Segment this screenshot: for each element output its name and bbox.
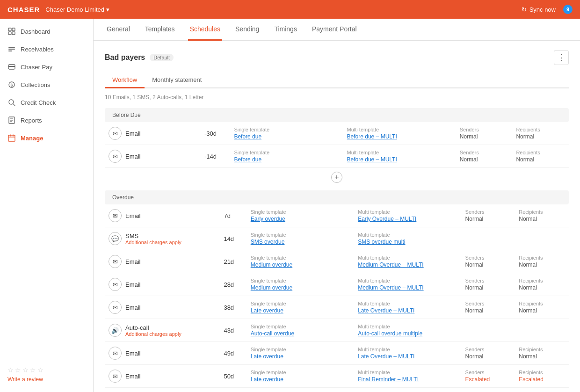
single-template-link[interactable]: Before due bbox=[234, 133, 339, 140]
multi-template-cell: Multi template Early Overdue – MULTI bbox=[354, 204, 461, 227]
type-label: Auto-call Additional charges apply bbox=[125, 324, 181, 337]
table-row: 💬 SMS Additional charges apply 14d Singl… bbox=[105, 227, 569, 250]
type-label: Email bbox=[125, 281, 141, 288]
sidebar-item-credit-check[interactable]: Credit Check bbox=[0, 94, 93, 111]
multi-template-link[interactable]: SMS overdue multi bbox=[358, 239, 457, 245]
main-content: General Templates Schedules Sending Timi… bbox=[94, 19, 580, 392]
top-nav-right: ↻ Sync now 9 bbox=[522, 5, 573, 14]
sync-icon: ↻ bbox=[522, 6, 527, 13]
tab-timings[interactable]: Timings bbox=[272, 19, 299, 41]
single-template-link[interactable]: Late overdue bbox=[251, 353, 350, 360]
single-template-link[interactable]: Late overdue bbox=[251, 307, 350, 314]
sidebar-item-reports[interactable]: Reports bbox=[0, 111, 93, 129]
single-template-cell: Single template Before due bbox=[230, 145, 343, 168]
sms-sublabel: Additional charges apply bbox=[125, 240, 181, 245]
tab-workflow[interactable]: Workflow bbox=[105, 73, 145, 88]
type-label: Email bbox=[125, 304, 141, 311]
top-nav-left: CHASER Chaser Demo Limited ▾ bbox=[7, 6, 109, 14]
svg-rect-4 bbox=[8, 47, 15, 48]
tab-schedules[interactable]: Schedules bbox=[188, 19, 222, 41]
receivables-icon bbox=[7, 45, 16, 53]
section-title: Bad payers Default bbox=[105, 53, 174, 62]
type-cell: ✉ Email bbox=[109, 209, 216, 222]
sidebar-item-dashboard[interactable]: Dashboard bbox=[0, 22, 93, 40]
table-row: 🔊 Auto-call Additional charges apply 43d… bbox=[105, 319, 569, 342]
svg-rect-2 bbox=[8, 32, 11, 35]
tab-general[interactable]: General bbox=[105, 19, 132, 41]
sidebar-item-receivables[interactable]: Receivables bbox=[0, 40, 93, 58]
type-cell: 💬 SMS Additional charges apply bbox=[109, 232, 216, 245]
multi-template-link[interactable]: Medium Overdue – MULTI bbox=[358, 261, 457, 268]
type-label: Email bbox=[125, 373, 141, 380]
single-template-cell: Single template Medium overdue bbox=[247, 273, 354, 296]
single-template-link[interactable]: Auto-call overdue bbox=[251, 330, 350, 337]
multi-template-link[interactable]: Before due – MULTI bbox=[347, 156, 452, 163]
multi-template-link[interactable]: Auto-call overdue multiple bbox=[358, 330, 457, 337]
multi-template-link[interactable]: Late Overdue – MULTI bbox=[358, 353, 457, 360]
dropdown-icon: ▾ bbox=[106, 6, 109, 13]
senders-cell: Senders Normal bbox=[462, 342, 515, 365]
multi-template-cell: Multi template Medium Overdue – MULTI bbox=[354, 273, 461, 296]
email-icon: ✉ bbox=[109, 347, 122, 360]
sidebar-item-chaser-pay[interactable]: Chaser Pay bbox=[0, 58, 93, 76]
sidebar-item-manage[interactable]: Manage bbox=[0, 129, 93, 147]
multi-template-cell: Multi template Before due – MULTI bbox=[343, 122, 456, 145]
group-header-overdue: Overdue bbox=[105, 190, 569, 204]
days-cell: 49d bbox=[220, 342, 246, 365]
single-template-link[interactable]: Before due bbox=[234, 156, 339, 163]
multi-template-cell: Multi template Medium Overdue – MULTI bbox=[354, 250, 461, 273]
senders-empty bbox=[462, 227, 515, 250]
email-icon: ✉ bbox=[109, 370, 122, 383]
autocall-sublabel: Additional charges apply bbox=[125, 331, 181, 337]
type-label: Email bbox=[125, 153, 141, 160]
recipients-cell: Recipients Normal bbox=[512, 145, 569, 168]
notification-badge[interactable]: 9 bbox=[563, 5, 573, 14]
recipients-cell: Recipients Normal bbox=[515, 204, 569, 227]
single-template-link[interactable]: Early overdue bbox=[251, 216, 350, 222]
single-template-link[interactable]: Medium overdue bbox=[251, 284, 350, 291]
type-label: Email bbox=[125, 258, 141, 265]
add-before-due-button[interactable]: + bbox=[331, 172, 342, 183]
multi-template-link[interactable]: Medium Overdue – MULTI bbox=[358, 284, 457, 291]
workflow-tabs: Workflow Monthly statement bbox=[105, 73, 569, 88]
svg-rect-17 bbox=[8, 135, 15, 141]
manage-label: Manage bbox=[21, 135, 43, 142]
type-cell: ✉ Email bbox=[109, 301, 216, 314]
recipients-cell: Recipients Normal bbox=[515, 273, 569, 296]
single-template-link[interactable]: Medium overdue bbox=[251, 261, 350, 268]
email-icon: ✉ bbox=[109, 150, 122, 163]
type-cell: ✉ Email bbox=[109, 150, 197, 163]
type-cell: 🔊 Auto-call Additional charges apply bbox=[109, 324, 216, 337]
recipients-cell: Recipients Normal bbox=[515, 296, 569, 319]
org-selector[interactable]: Chaser Demo Limited ▾ bbox=[45, 6, 109, 13]
write-review-link[interactable]: Write a review bbox=[7, 376, 43, 383]
sidebar: Dashboard Receivables Chaser Pay $ Colle… bbox=[0, 19, 94, 392]
sync-button[interactable]: ↻ Sync now bbox=[522, 6, 556, 13]
single-template-cell: Single template Late overdue bbox=[247, 342, 354, 365]
days-cell: 38d bbox=[220, 296, 246, 319]
senders-cell: Senders Escalated bbox=[462, 365, 515, 388]
more-options-button[interactable]: ⋮ bbox=[554, 50, 569, 65]
single-template-link[interactable]: SMS overdue bbox=[251, 239, 350, 245]
tab-monthly-statement[interactable]: Monthly statement bbox=[145, 73, 209, 88]
single-template-cell: Single template Late overdue bbox=[247, 365, 354, 388]
tab-payment-portal[interactable]: Payment Portal bbox=[310, 19, 359, 41]
sidebar-item-collections[interactable]: $ Collections bbox=[0, 76, 93, 94]
content-area: Bad payers Default ⋮ Workflow Monthly st… bbox=[94, 41, 580, 392]
days-cell: 14d bbox=[220, 227, 246, 250]
multi-template-link[interactable]: Early Overdue – MULTI bbox=[358, 216, 457, 222]
tab-templates[interactable]: Templates bbox=[143, 19, 177, 41]
multi-template-link[interactable]: Late Overdue – MULTI bbox=[358, 307, 457, 314]
type-cell: ✉ Email bbox=[109, 347, 216, 360]
org-name: Chaser Demo Limited bbox=[45, 6, 104, 13]
tab-sending[interactable]: Sending bbox=[233, 19, 261, 41]
multi-template-link[interactable]: Final Reminder – MULTI bbox=[358, 376, 457, 383]
days-cell: 21d bbox=[220, 250, 246, 273]
multi-template-cell: Multi template SMS overdue multi bbox=[354, 227, 461, 250]
schedule-table-before-due: ✉ Email -30d Single template Before due … bbox=[105, 122, 569, 168]
single-template-link[interactable]: Late overdue bbox=[251, 376, 350, 383]
svg-text:$: $ bbox=[10, 83, 13, 87]
multi-template-link[interactable]: Before due – MULTI bbox=[347, 133, 452, 140]
recipients-empty bbox=[515, 227, 569, 250]
table-row: ✉ Email 7d Single template Early overdue… bbox=[105, 204, 569, 227]
